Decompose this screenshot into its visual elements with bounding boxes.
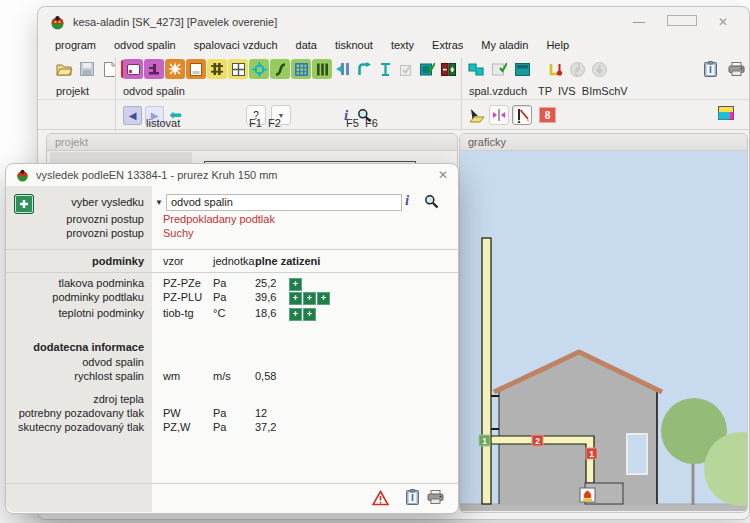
toolbar-group-projekt xyxy=(54,57,120,81)
maximize-button[interactable] xyxy=(667,15,695,29)
layers-arrow-icon[interactable] xyxy=(333,59,353,79)
air-check-icon[interactable] xyxy=(489,59,509,79)
window-title: kesa-aladin [SK_4273] [Pavelek overenie] xyxy=(73,16,277,28)
row-vzor: PZ,W xyxy=(163,421,191,433)
postup-row: provozni postup Suchy xyxy=(6,227,450,241)
support-icon[interactable] xyxy=(375,59,395,79)
menu-tisknout[interactable]: tisknout xyxy=(326,37,382,54)
extra-row: rychlost spalin wm m/s 0,58 xyxy=(6,370,450,384)
flue-badge[interactable]: 1 xyxy=(586,448,597,459)
table-row: podminky podtlaku PZ-PLU Pa 39,6 + + + xyxy=(6,291,450,305)
menubar: program odvod spalin spalovaci vzduch da… xyxy=(46,37,578,54)
app-icon xyxy=(50,15,65,30)
palette-icon[interactable] xyxy=(716,103,736,123)
minus-plus-icon[interactable] xyxy=(438,59,458,79)
menu-help[interactable]: Help xyxy=(537,37,578,54)
grid-icon[interactable] xyxy=(291,59,311,79)
toolbar-divider xyxy=(38,129,749,130)
double-flue-icon[interactable] xyxy=(207,59,227,79)
pen-icon[interactable] xyxy=(512,105,532,125)
pointer-icon[interactable] xyxy=(466,105,486,125)
count-badge[interactable]: 8 xyxy=(539,107,556,123)
thermometer-icon[interactable] xyxy=(545,59,565,79)
building-graphic[interactable]: 1 2 1 xyxy=(460,151,747,511)
toolbar-group-norms xyxy=(545,57,609,81)
vent-disabled-icon xyxy=(589,59,609,79)
box-check-icon[interactable] xyxy=(417,59,437,79)
window-grid-icon[interactable] xyxy=(228,59,248,79)
compare-icon[interactable] xyxy=(489,105,509,125)
row-unit: m/s xyxy=(213,370,231,382)
table-row: tlakova podminka PZ-PZe Pa 25,2 + xyxy=(6,277,450,291)
plus-badge: + xyxy=(289,278,302,291)
target-icon[interactable] xyxy=(249,59,269,79)
info-icon[interactable]: i xyxy=(405,192,409,209)
svg-text:1: 1 xyxy=(589,449,594,459)
toolbar-separator xyxy=(115,57,116,131)
header-jednotka: jednotka xyxy=(213,255,255,267)
row-label: podminky podtlaku xyxy=(6,291,144,303)
row-unit: Pa xyxy=(213,407,226,419)
air-supply-icon[interactable] xyxy=(466,59,486,79)
row-unit: Pa xyxy=(213,277,226,289)
result-select-input[interactable]: odvod spalin xyxy=(166,194,402,211)
ground xyxy=(460,504,747,511)
chimney-badge[interactable]: 1 xyxy=(479,435,490,446)
chimney-icon[interactable] xyxy=(144,59,164,79)
save-icon[interactable] xyxy=(77,59,97,79)
postup-value: Suchy xyxy=(163,227,194,239)
clipboard-icon[interactable] xyxy=(406,489,419,509)
menu-extras[interactable]: Extras xyxy=(423,37,472,54)
dialog-title: vysledek podleEN 13384-1 - prurez Kruh 1… xyxy=(36,169,278,181)
flue-section-icon[interactable] xyxy=(123,59,143,79)
chimney-pipe[interactable] xyxy=(482,238,491,504)
back-icon[interactable]: ◀ xyxy=(123,106,142,125)
sun-icon[interactable] xyxy=(165,59,185,79)
table-row: teplotni podminky tiob-tg °C 18,6 + + xyxy=(6,307,450,321)
projekt-panel-header: projekt xyxy=(47,134,457,151)
toolbar-group-odvod-spalin xyxy=(123,57,458,81)
close-button[interactable]: ✕ xyxy=(709,15,737,29)
row-value: 18,6 xyxy=(255,307,276,319)
printer-icon[interactable] xyxy=(427,490,444,508)
clipboard-icon[interactable] xyxy=(700,59,720,79)
menu-my-aladin[interactable]: My aladin xyxy=(472,37,537,54)
group-label-projekt: projekt xyxy=(56,85,89,97)
draw-tools-group: 8 xyxy=(466,103,556,127)
extra-subtitle: zdroj tepla xyxy=(6,393,144,405)
menu-odvod-spalin[interactable]: odvod spalin xyxy=(105,37,185,54)
row-vzor: wm xyxy=(163,370,180,382)
air-box-icon[interactable] xyxy=(512,59,532,79)
minimize-button[interactable]: — xyxy=(625,15,653,29)
extra-section-title-row: dodatecna informace xyxy=(6,341,450,355)
combo-caret-icon[interactable]: ▼ xyxy=(155,198,163,207)
row-unit: Pa xyxy=(213,421,226,433)
pipe-bend-icon[interactable] xyxy=(270,59,290,79)
printer-icon[interactable] xyxy=(726,59,746,79)
nav-label-f1f2: F1 F2 xyxy=(249,117,281,129)
document-icon[interactable] xyxy=(186,59,206,79)
group-label-spal-vzduch: spal.vzduch xyxy=(469,85,527,97)
row-label: tlakova podminka xyxy=(6,277,144,289)
row-vzor: tiob-tg xyxy=(163,307,194,319)
extra-section-title: dodatecna informace xyxy=(6,341,144,353)
toolbar-group-spal-vzduch xyxy=(466,57,532,81)
duct-icon[interactable] xyxy=(354,59,374,79)
connector-badge[interactable]: 2 xyxy=(532,435,543,446)
menu-texty[interactable]: texty xyxy=(382,37,423,54)
shaft-icon[interactable] xyxy=(312,59,332,79)
nav-label-f5f6: F5 F6 xyxy=(346,117,378,129)
open-folder-icon[interactable] xyxy=(54,59,74,79)
postup-row: provozni postup Predpokladany podtlak xyxy=(6,213,450,227)
divider xyxy=(6,272,458,273)
row-value: 0,58 xyxy=(255,370,276,382)
flame-icon xyxy=(580,488,595,502)
extra-subtitle-row: zdroj tepla xyxy=(6,393,450,407)
menu-data[interactable]: data xyxy=(287,37,326,54)
menu-spalovaci-vzduch[interactable]: spalovaci vzduch xyxy=(185,37,287,54)
menu-program[interactable]: program xyxy=(46,37,105,54)
group-label-norms: TP IVS BImSchV xyxy=(538,85,628,97)
search-icon[interactable] xyxy=(424,194,439,209)
new-document-icon[interactable] xyxy=(100,59,120,79)
dialog-close-icon[interactable]: ✕ xyxy=(438,168,448,182)
